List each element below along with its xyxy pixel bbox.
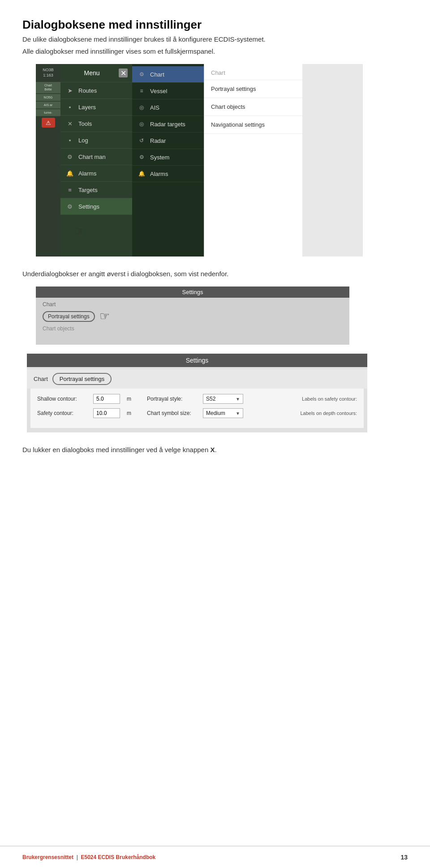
menu-item-chart-man[interactable]: ⚙ Chart man — [60, 149, 132, 165]
page-footer: Brukergrensesnittet | E5024 ECDIS Bruker… — [0, 846, 430, 868]
chart-man-icon: ⚙ — [66, 153, 74, 161]
menu-item-routes[interactable]: ➤ Routes — [60, 82, 132, 99]
chevron-down-icon-2: ▼ — [236, 411, 240, 416]
submenu-items-list: ⚙ Chart ≡ Vessel ◎ AIS ◎ Radar targets ↺ — [132, 64, 204, 182]
portrayal-settings-btn-s2[interactable]: Portrayal settings — [43, 311, 95, 322]
settings-tabs-row: Chart Portrayal settings — [27, 369, 367, 389]
submenu-item-chart-label: Chart — [150, 71, 164, 78]
form-right-labels: Labels on safety contour: — [302, 396, 357, 402]
submenu-item-radar-label: Radar — [150, 137, 166, 144]
screenshot-menu-dialog: NO3B1:163 ChartBette NO5G AIS ar turne- … — [36, 64, 363, 257]
chart-options-title: Chart — [204, 64, 302, 80]
menu-item-settings[interactable]: ⚙ Settings — [60, 198, 132, 215]
menu-panel: Menu ✕ ➤ Routes ▪ Layers ✕ Tools ▪ — [60, 64, 132, 257]
middle-text: Underdialogbokser er angitt øverst i dia… — [22, 270, 408, 278]
menu-item-alarms[interactable]: 🔔 Alarms — [60, 165, 132, 182]
chart-tab-label: Chart — [34, 376, 48, 382]
submenu-item-vessel-label: Vessel — [150, 88, 167, 94]
labels-safety-label: Labels on safety contour: — [302, 396, 357, 402]
menu-items-list: ➤ Routes ▪ Layers ✕ Tools ▪ Log ⚙ Char — [60, 82, 132, 215]
page-title: Dialogboksene med innstillinger — [22, 18, 408, 32]
sidebar-item-turne[interactable]: turne- — [36, 109, 60, 116]
submenu-item-vessel[interactable]: ≡ Vessel — [132, 83, 204, 99]
portrayal-tab-button[interactable]: Portrayal settings — [52, 373, 112, 385]
submenu-item-radar-targets-label: Radar targets — [150, 121, 185, 128]
alert-triangle-icon: ⚠ — [42, 118, 55, 128]
submenu-item-ais[interactable]: ◎ AIS — [132, 99, 204, 116]
sidebar-item-no5g[interactable]: NO5G — [36, 94, 60, 101]
footer-brand: E5024 ECDIS Brukerhåndbok — [81, 854, 156, 860]
sidebar-item-ais[interactable]: AIS ar — [36, 102, 60, 109]
submenu-item-system[interactable]: ⚙ System — [132, 149, 204, 166]
form-row-safety: Safety contour: m Chart symbol size: Med… — [37, 408, 357, 418]
chart-symbol-select[interactable]: Medium ▼ — [203, 408, 243, 418]
subtitle2: Alle dialogbokser med innstillinger vise… — [22, 47, 408, 55]
chart-objects-label-s2: Chart objects — [43, 325, 343, 332]
navigational-settings-item[interactable]: Navigational settings — [204, 116, 302, 134]
targets-icon: ≡ — [66, 186, 74, 194]
menu-item-layers-label: Layers — [78, 104, 96, 111]
settings-title-bar-full: Settings — [27, 354, 367, 367]
safety-contour-unit: m — [127, 410, 131, 416]
system-icon: ⚙ — [138, 153, 146, 161]
radar-icon: ↺ — [138, 137, 146, 145]
portrayal-style-select[interactable]: S52 ▼ — [203, 394, 243, 404]
menu-item-targets[interactable]: ≡ Targets — [60, 182, 132, 198]
ecdis-sidebar: NO3B1:163 ChartBette NO5G AIS ar turne- … — [36, 64, 60, 257]
menu-close-button[interactable]: ✕ — [119, 68, 128, 77]
form-right-labels-2: Labels on depth contours: — [300, 410, 357, 416]
menu-header: Menu ✕ — [60, 64, 132, 82]
subtitle1: De ulike dialogboksene med innstillinger… — [22, 35, 408, 43]
x-bold: X — [210, 446, 215, 453]
menu-item-tools[interactable]: ✕ Tools — [60, 115, 132, 132]
menu-title: Menu — [84, 69, 99, 77]
screenshot-settings-full: Settings Chart Portrayal settings Shallo… — [27, 354, 367, 432]
submenu-item-system-label: System — [150, 154, 169, 161]
radar-targets-icon: ◎ — [138, 120, 146, 128]
hand-cursor-icon-2: ☞ — [99, 309, 110, 323]
menu-item-layers[interactable]: ▪ Layers — [60, 99, 132, 115]
screenshot-settings-small: Settings Chart Portrayal settings ☞ Char… — [36, 286, 349, 345]
chart-options-panel: Chart Portrayal settings Chart objects N… — [204, 64, 302, 257]
portrayal-style-label: Portrayal style: — [147, 396, 196, 402]
settings-title-bar-small: Settings — [36, 286, 349, 298]
portrayal-style-value: S52 — [206, 396, 236, 402]
chart-symbol-value: Medium — [206, 410, 236, 416]
submenu-item-radar[interactable]: ↺ Radar — [132, 133, 204, 149]
footer-page-number: 13 — [400, 854, 408, 861]
chart-submenu-icon: ⚙ — [138, 70, 146, 78]
routes-icon: ➤ — [66, 86, 74, 94]
log-icon: ▪ — [66, 136, 74, 144]
menu-item-routes-label: Routes — [78, 87, 97, 94]
ais-icon: ◎ — [138, 103, 146, 111]
hand-cursor-icon: ☞ — [74, 224, 85, 239]
menu-item-settings-label: Settings — [78, 203, 99, 210]
settings-form-area: Shallow contour: m Portrayal style: S52 … — [30, 389, 364, 428]
shallow-contour-unit: m — [127, 396, 131, 402]
shallow-contour-label: Shallow contour: — [37, 396, 86, 402]
labels-depth-label: Labels on depth contours: — [300, 410, 357, 416]
submenu-item-alarms[interactable]: 🔔 Alarms — [132, 166, 204, 182]
menu-item-targets-label: Targets — [78, 187, 98, 193]
chart-label-s2: Chart — [43, 301, 343, 308]
menu-item-log-label: Log — [78, 137, 88, 144]
submenu-item-chart[interactable]: ⚙ Chart — [132, 66, 204, 83]
chart-symbol-label: Chart symbol size: — [147, 410, 196, 416]
menu-item-log[interactable]: ▪ Log — [60, 132, 132, 149]
form-row-shallow: Shallow contour: m Portrayal style: S52 … — [37, 394, 357, 404]
footer-brand-highlight: Brukergrensesnittet — [22, 854, 73, 860]
alarms-icon: 🔔 — [66, 169, 74, 177]
vessel-icon: ≡ — [138, 87, 146, 95]
layers-icon: ▪ — [66, 103, 74, 111]
chart-submenu-panel: ⚙ Chart ≡ Vessel ◎ AIS ◎ Radar targets ↺ — [132, 64, 204, 257]
footer-left: Brukergrensesnittet | E5024 ECDIS Bruker… — [22, 854, 155, 860]
chart-options-items: Portrayal settings Chart objects Navigat… — [204, 80, 302, 134]
menu-item-chart-man-label: Chart man — [78, 154, 106, 160]
submenu-item-radar-targets[interactable]: ◎ Radar targets — [132, 116, 204, 133]
safety-contour-input[interactable] — [93, 408, 120, 418]
chart-objects-item[interactable]: Chart objects — [204, 98, 302, 116]
sidebar-item-chart-better[interactable]: ChartBette — [36, 82, 60, 94]
submenu-alarms-icon: 🔔 — [138, 170, 146, 178]
portrayal-settings-item[interactable]: Portrayal settings — [204, 80, 302, 98]
shallow-contour-input[interactable] — [93, 394, 120, 404]
